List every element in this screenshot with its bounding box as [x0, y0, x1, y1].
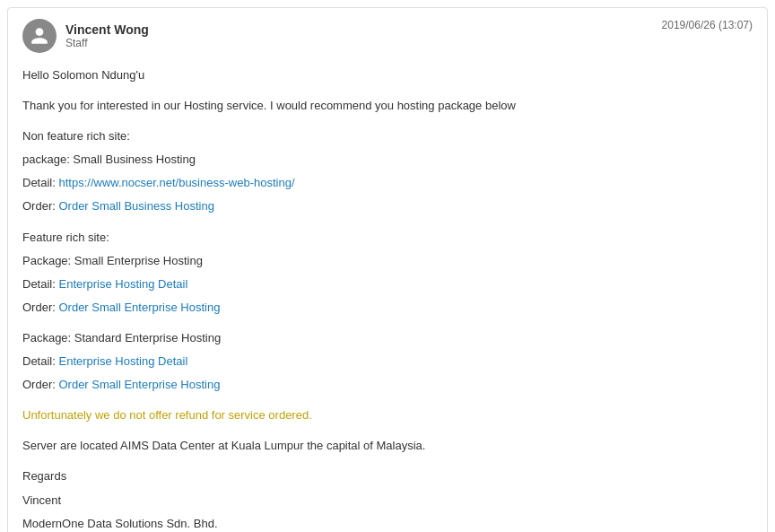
section1-block: Non feature rich site: package: Small Bu… — [22, 126, 753, 216]
section1-detail: Detail: https://www.nocser.net/business-… — [22, 173, 753, 193]
section1-detail-link[interactable]: https://www.nocser.net/business-web-host… — [58, 176, 294, 189]
user-icon — [30, 26, 49, 46]
sender-details: Vincent Wong Staff — [65, 22, 149, 49]
section2-title: Feature rich site: — [22, 228, 753, 248]
signature-block: Regards Vincent ModernOne Data Solutions… — [22, 467, 753, 532]
sender-role: Staff — [65, 37, 149, 49]
intro-block: Thank you for interested in our Hosting … — [22, 96, 753, 116]
section2-detail: Detail: Enterprise Hosting Detail — [22, 275, 753, 294]
section3-block: Package: Standard Enterprise Hosting Det… — [22, 328, 753, 395]
refund-block: Unfortunately we do not offer refund for… — [22, 406, 753, 425]
greeting-text: Hello Solomon Ndung'u — [22, 65, 753, 85]
company-name: ModernOne Data Solutions Sdn. Bhd. — [22, 514, 753, 532]
message-date: 2019/06/26 (13:07) — [662, 19, 753, 31]
section3-detail-link[interactable]: Enterprise Hosting Detail — [58, 354, 187, 368]
regards-text: Regards — [22, 467, 753, 486]
section1-package: package: Small Business Hosting — [22, 150, 753, 170]
section3-order: Order: Order Small Enterprise Hosting — [22, 375, 753, 395]
server-block: Server are located AIMS Data Center at K… — [22, 436, 753, 456]
signature-name: Vincent — [22, 491, 753, 510]
section1-title: Non feature rich site: — [22, 126, 753, 146]
section1-order-link[interactable]: Order Small Business Hosting — [58, 199, 213, 213]
section2-order: Order: Order Small Enterprise Hosting — [22, 298, 753, 318]
section3-package: Package: Standard Enterprise Hosting — [22, 328, 753, 348]
section2-detail-link[interactable]: Enterprise Hosting Detail — [58, 277, 187, 291]
section2-order-link[interactable]: Order Small Enterprise Hosting — [58, 301, 220, 314]
section2-package: Package: Small Enterprise Hosting — [22, 251, 753, 271]
message-body: Hello Solomon Ndung'u Thank you for inte… — [22, 65, 753, 532]
message-header: Vincent Wong Staff 2019/06/26 (13:07) — [22, 19, 753, 53]
section3-order-link[interactable]: Order Small Enterprise Hosting — [58, 378, 220, 391]
section3-detail: Detail: Enterprise Hosting Detail — [22, 352, 753, 371]
sender-info: Vincent Wong Staff — [22, 19, 149, 53]
section1-order: Order: Order Small Business Hosting — [22, 196, 753, 216]
message-card: Vincent Wong Staff 2019/06/26 (13:07) He… — [7, 7, 768, 532]
section2-block: Feature rich site: Package: Small Enterp… — [22, 228, 753, 318]
greeting-block: Hello Solomon Ndung'u — [22, 65, 753, 85]
avatar — [22, 19, 57, 53]
refund-notice: Unfortunately we do not offer refund for… — [22, 406, 753, 425]
intro-text: Thank you for interested in our Hosting … — [22, 96, 753, 116]
server-info: Server are located AIMS Data Center at K… — [22, 436, 753, 456]
sender-name: Vincent Wong — [65, 22, 149, 37]
